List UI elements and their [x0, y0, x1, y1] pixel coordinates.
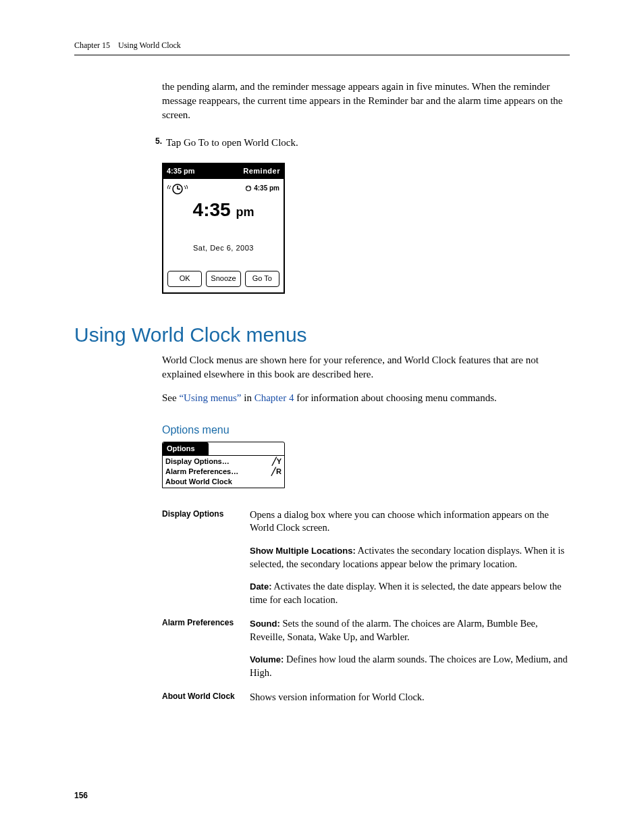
menu-item-shortcut: ╱R	[271, 467, 281, 477]
reminder-titlebar: 4:35 pm Reminder	[163, 164, 284, 178]
menu-item-shortcut: ╱Y	[272, 457, 281, 467]
volume-text: Defines how loud the alarm sounds. The c…	[250, 654, 568, 678]
menu-item-label: Display Options…	[165, 457, 230, 467]
options-tab: Options	[163, 442, 209, 455]
alarm-prefs-p2: Volume: Defines how loud the alarm sound…	[250, 653, 570, 679]
sound-text: Sets the sound of the alarm. The choices…	[250, 618, 538, 642]
step-number: 5.	[144, 136, 166, 149]
see-reference-paragraph: See “Using menus” in Chapter 4 for infor…	[162, 391, 570, 405]
goto-button[interactable]: Go To	[245, 271, 279, 286]
about-world-clock-desc: Shows version information for World Cloc…	[250, 691, 570, 704]
reminder-big-time: 4:35 pm	[163, 197, 284, 223]
page-number: 156	[74, 791, 88, 800]
menu-item-display-options[interactable]: Display Options… ╱Y	[163, 457, 284, 467]
options-menu-screenshot: Options Display Options… ╱Y Alarm Prefer…	[162, 442, 285, 488]
display-options-label: Display Options	[162, 509, 243, 606]
chapter-4-link[interactable]: Chapter 4	[254, 392, 294, 403]
step-row: 5. Tap Go To to open World Clock.	[144, 136, 570, 149]
ok-button[interactable]: OK	[167, 271, 202, 286]
date-bold: Date:	[250, 581, 272, 592]
status-title: Reminder	[243, 166, 280, 176]
chapter-label: Chapter 15	[74, 41, 110, 50]
alarm-preferences-desc: Sound: Sets the sound of the alarm. The …	[250, 617, 570, 679]
date-text: Activates the date display. When it is s…	[250, 581, 562, 605]
alarm-preferences-label: Alarm Preferences	[162, 617, 243, 679]
running-header: Chapter 15 Using World Clock	[74, 41, 570, 55]
menu-item-label: Alarm Preferences…	[165, 467, 238, 477]
alarm-bell-icon	[245, 185, 252, 192]
reminder-date: Sat, Dec 6, 2003	[163, 243, 284, 253]
reminder-screenshot: 4:35 pm Reminder	[162, 163, 285, 293]
big-time-ampm: pm	[236, 205, 254, 219]
alarm-small-time: 4:35 pm	[245, 184, 279, 193]
section-intro-paragraph: World Clock menus are shown here for you…	[162, 353, 570, 382]
display-options-p2: Show Multiple Locations: Activates the s…	[250, 544, 570, 571]
sound-bold: Sound:	[250, 619, 280, 629]
alarm-prefs-p1: Sound: Sets the sound of the alarm. The …	[250, 617, 570, 644]
options-menu-heading: Options menu	[162, 423, 570, 438]
in-text: in	[242, 392, 254, 403]
status-time: 4:35 pm	[167, 166, 195, 176]
show-multiple-locations-bold: Show Multiple Locations:	[250, 546, 356, 556]
reminder-top-row: 4:35 pm	[163, 179, 284, 195]
alarm-clock-icon	[167, 182, 188, 195]
alarm-small-time-text: 4:35 pm	[254, 184, 279, 193]
see-suffix-text: for information about choosing menu comm…	[294, 392, 496, 403]
see-text: See	[162, 392, 179, 403]
about-text: Shows version information for World Cloc…	[250, 691, 570, 704]
menu-item-label: About World Clock	[165, 477, 232, 487]
continuation-paragraph: the pending alarm, and the reminder mess…	[162, 80, 570, 122]
display-options-desc: Opens a dialog box where you can choose …	[250, 509, 570, 606]
big-time-value: 4:35	[193, 199, 231, 220]
step-text: Tap Go To to open World Clock.	[166, 136, 570, 149]
display-options-p1: Opens a dialog box where you can choose …	[250, 509, 570, 535]
menu-item-alarm-preferences[interactable]: Alarm Preferences… ╱R	[163, 467, 284, 477]
volume-bold: Volume:	[250, 654, 284, 664]
description-table: Display Options Opens a dialog box where…	[162, 509, 570, 704]
section-heading: Using World Clock menus	[74, 321, 570, 349]
snooze-button[interactable]: Snooze	[206, 271, 240, 286]
display-options-p3: Date: Activates the date display. When i…	[250, 580, 570, 606]
chapter-title: Using World Clock	[118, 41, 181, 50]
using-menus-link[interactable]: “Using menus”	[179, 392, 241, 403]
menu-item-about-world-clock[interactable]: About World Clock	[163, 477, 284, 487]
about-world-clock-label: About World Clock	[162, 691, 243, 704]
